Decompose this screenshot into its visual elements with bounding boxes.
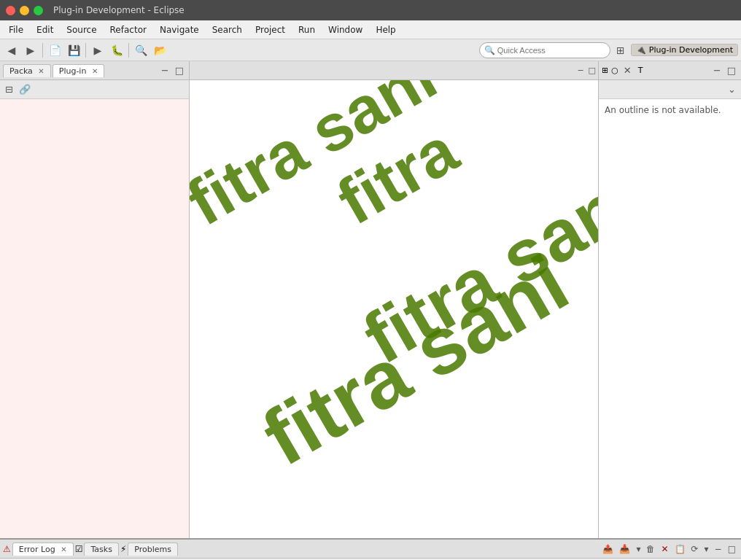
toolbar-open[interactable]: 📂 (151, 42, 168, 59)
maximize-button[interactable] (34, 6, 43, 15)
tab-error-log[interactable]: Error Log ✕ (12, 542, 74, 556)
outline-close[interactable]: ✕ (621, 64, 634, 77)
toolbar-sep-3 (128, 43, 129, 58)
outline-message: An outline is not available. (605, 105, 721, 115)
perspective-name: Plug-in Development (649, 45, 733, 55)
tab-problems[interactable]: Problems (128, 542, 178, 556)
tab-package-label: Packa (9, 66, 33, 76)
tasks-tab-wrapper: ☑ Tasks (75, 542, 119, 556)
menu-help[interactable]: Help (370, 23, 401, 36)
toolbar-save[interactable]: 💾 (65, 42, 82, 59)
left-panel-toolbar: ⊟ 🔗 (0, 80, 189, 99)
tasks-icon: ☑ (75, 544, 83, 554)
minimize-outline[interactable]: − (711, 64, 723, 77)
perspective-label[interactable]: 🔌 Plug-in Development (631, 44, 738, 56)
tab-tasks-label: Tasks (90, 545, 112, 554)
menu-edit[interactable]: Edit (31, 23, 59, 36)
toolbar-debug[interactable]: 🐛 (108, 42, 125, 59)
outline-icon: ⊞ (602, 66, 608, 75)
outline-toolbar: ⌄ (599, 80, 741, 99)
problems-icon: ⚡ (120, 544, 126, 554)
tab-plugin-close[interactable]: ✕ (92, 67, 98, 75)
tab-problems-label: Problems (134, 545, 171, 554)
center-panel: − □ fitra sani fitra fitra sani fitra sa… (190, 61, 599, 538)
maximize-editor[interactable]: □ (586, 65, 598, 76)
minimize-button[interactable] (20, 6, 29, 15)
log-dropdown[interactable]: ▾ (634, 543, 643, 555)
menu-window[interactable]: Window (322, 23, 368, 36)
outline-panel: ⊞ ○ ✕ T − □ ⌄ An outline is not availabl… (599, 61, 741, 538)
quick-access-wrapper: 🔍 (479, 42, 610, 58)
maximize-left-panel[interactable]: □ (173, 64, 186, 77)
log-menu[interactable]: ▾ (702, 543, 711, 555)
tab-package-close[interactable]: ✕ (38, 67, 44, 75)
open-log-icon[interactable]: 📋 (672, 543, 688, 555)
toolbar-run[interactable]: ▶ (89, 42, 106, 59)
watermark-3: fitra sani (349, 156, 598, 381)
tab-error-log-label: Error Log (19, 545, 55, 554)
outline-icon2: ○ (611, 66, 618, 75)
minimize-editor[interactable]: − (575, 65, 586, 76)
left-panel-tabs: Packa ✕ Plug-in ✕ − □ (0, 61, 189, 80)
watermark-4: fitra sani (247, 236, 583, 483)
menu-navigate[interactable]: Navigate (154, 23, 205, 36)
bottom-area: ⚠ Error Log ✕ ☑ Tasks ⚡ Problems 📤 📥 ▾ 🗑… (0, 538, 741, 560)
main-area: Packa ✕ Plug-in ✕ − □ ⊟ 🔗 − □ fitra sani (0, 61, 741, 538)
outline-content: An outline is not available. (599, 99, 741, 538)
clear-log-icon[interactable]: 🗑 (644, 543, 657, 555)
watermark-1: fitra sani (190, 80, 449, 241)
toolbar-search[interactable]: 🔍 (132, 42, 150, 59)
activate-log-icon[interactable]: ⟳ (689, 543, 701, 555)
toolbar-sep-2 (85, 43, 86, 58)
minimize-bottom[interactable]: − (713, 543, 724, 555)
minimize-left-panel[interactable]: − (159, 64, 171, 77)
menu-refactor[interactable]: Refactor (104, 23, 152, 36)
maximize-bottom[interactable]: □ (726, 543, 738, 555)
outline-menu-icon[interactable]: ⌄ (726, 83, 738, 96)
outline-text-icon: T (638, 66, 643, 75)
toolbar-back[interactable]: ◀ (3, 42, 20, 59)
close-button[interactable] (6, 6, 15, 15)
delete-log-icon[interactable]: ✕ (659, 543, 670, 555)
maximize-outline[interactable]: □ (725, 64, 738, 77)
menubar: File Edit Source Refactor Navigate Searc… (0, 20, 741, 39)
window-title: Plug-in Development - Eclipse (53, 5, 185, 15)
tab-tasks[interactable]: Tasks (84, 542, 118, 556)
tab-plugin-label: Plug-in (59, 66, 87, 76)
menu-run[interactable]: Run (292, 23, 321, 36)
search-icon: 🔍 (484, 45, 495, 55)
toolbar: ◀ ▶ 📄 💾 ▶ 🐛 🔍 📂 🔍 ⊞ 🔌 Plug-in Developmen… (0, 39, 741, 61)
watermark-2: fitra (325, 112, 470, 239)
outline-tabs: ⊞ ○ ✕ T − □ (599, 61, 741, 80)
editor-tabs: − □ (190, 61, 598, 80)
tab-plugin-explorer[interactable]: Plug-in ✕ (53, 64, 105, 77)
error-log-tab-wrapper: ⚠ Error Log ✕ (3, 542, 74, 556)
toolbar-new[interactable]: 📄 (46, 42, 63, 59)
menu-search[interactable]: Search (206, 23, 248, 36)
puzzle-icon: 🔌 (636, 45, 646, 55)
tab-error-log-close[interactable]: ✕ (61, 545, 66, 553)
link-editor-icon[interactable]: 🔗 (17, 83, 33, 96)
toolbar-fwd[interactable]: ▶ (22, 42, 39, 59)
open-perspective-button[interactable]: ⊞ (612, 42, 629, 59)
quick-access-input[interactable] (479, 42, 610, 58)
bottom-tabs: ⚠ Error Log ✕ ☑ Tasks ⚡ Problems 📤 📥 ▾ 🗑… (0, 540, 741, 559)
tab-package-explorer[interactable]: Packa ✕ (3, 64, 51, 77)
editor-content[interactable]: fitra sani fitra fitra sani fitra sani (190, 80, 598, 538)
export-log-icon[interactable]: 📤 (600, 543, 616, 555)
menu-source[interactable]: Source (61, 23, 102, 36)
titlebar: Plug-in Development - Eclipse (0, 0, 741, 20)
collapse-all-icon[interactable]: ⊟ (3, 83, 15, 96)
menu-project[interactable]: Project (249, 23, 291, 36)
import-log-icon[interactable]: 📥 (617, 543, 632, 555)
error-log-icon: ⚠ (3, 544, 11, 554)
left-panel-content (0, 99, 189, 538)
toolbar-sep-1 (42, 43, 43, 58)
menu-file[interactable]: File (3, 23, 29, 36)
left-panel: Packa ✕ Plug-in ✕ − □ ⊟ 🔗 (0, 61, 190, 538)
problems-tab-wrapper: ⚡ Problems (120, 542, 178, 556)
